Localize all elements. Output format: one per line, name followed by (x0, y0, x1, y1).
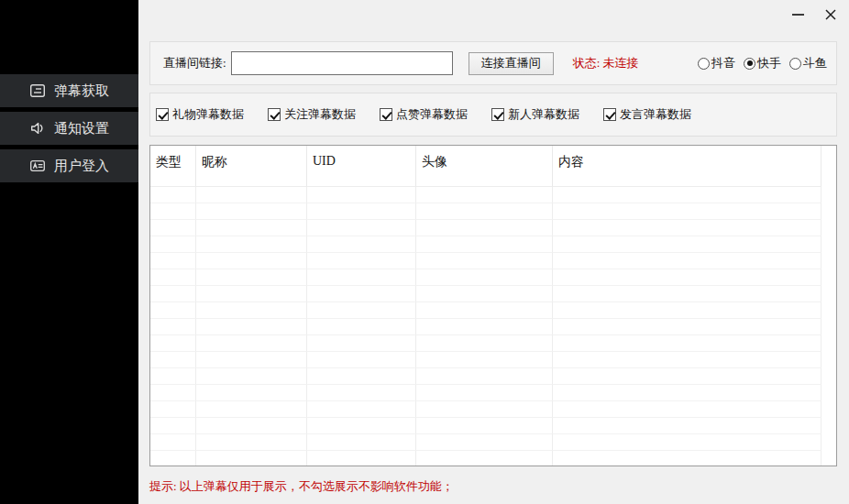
radio-douyu[interactable]: 斗鱼 (789, 55, 827, 71)
column-header-avatar[interactable]: 头像 (416, 146, 553, 187)
column-header-uid[interactable]: UID (307, 146, 416, 187)
table-row (150, 220, 836, 236)
checkbox-icon (603, 108, 616, 121)
main-area: 直播间链接: 连接直播间 状态: 未连接 抖音 快手 斗鱼 (138, 0, 849, 504)
sidebar-item-label: 通知设置 (54, 120, 109, 137)
app-window: 弹幕获取 通知设置 用户登入 (0, 0, 849, 504)
table-row (150, 451, 836, 466)
window-controls (781, 2, 847, 27)
radio-icon (698, 58, 710, 70)
radio-kuaishou[interactable]: 快手 (744, 55, 781, 71)
table-row (150, 401, 836, 418)
column-header-content[interactable]: 内容 (553, 146, 821, 187)
table-row (150, 418, 836, 434)
checkbox-like-danmaku[interactable]: 点赞弹幕数据 (380, 106, 468, 123)
table-row (150, 286, 836, 302)
connection-status: 状态: 未连接 (573, 55, 639, 71)
table-row (150, 434, 836, 451)
radio-label: 斗鱼 (803, 55, 827, 71)
table-row (150, 335, 836, 352)
close-icon (824, 8, 837, 21)
checkbox-message-danmaku[interactable]: 发言弹幕数据 (603, 106, 691, 123)
checkbox-newcomer-danmaku[interactable]: 新人弹幕数据 (491, 106, 579, 123)
room-link-input[interactable] (231, 51, 453, 75)
radio-icon (744, 58, 755, 70)
minimize-button[interactable] (781, 2, 814, 27)
checkbox-icon (380, 108, 392, 121)
sidebar-item-notify-settings[interactable]: 通知设置 (0, 112, 138, 145)
column-header-nickname[interactable]: 昵称 (196, 146, 307, 187)
filter-panel: 礼物弹幕数据 关注弹幕数据 点赞弹幕数据 新人弹幕数据 发言弹幕数据 (149, 93, 837, 137)
sidebar-item-label: 用户登入 (54, 158, 109, 175)
column-header-spacer (821, 146, 836, 187)
table-row (150, 253, 836, 269)
checkbox-icon (268, 108, 281, 121)
table-row (150, 203, 836, 220)
list-lines-icon (29, 82, 46, 99)
checkbox-label: 新人弹幕数据 (508, 106, 579, 123)
table-header: 类型 昵称 UID 头像 内容 (150, 146, 836, 187)
table-row (150, 236, 836, 253)
footer-tip: 提示: 以上弹幕仅用于展示，不勾选展示不影响软件功能； (149, 478, 454, 495)
checkbox-label: 礼物弹幕数据 (172, 106, 244, 123)
table-body (150, 187, 836, 466)
table-row (150, 319, 836, 335)
sidebar-item-danmaku-fetch[interactable]: 弹幕获取 (0, 74, 138, 107)
table-row (150, 385, 836, 401)
sidebar: 弹幕获取 通知设置 用户登入 (0, 0, 138, 504)
close-button[interactable] (814, 2, 847, 27)
column-header-type[interactable]: 类型 (150, 146, 196, 187)
sidebar-item-label: 弹幕获取 (54, 82, 109, 100)
speaker-icon (29, 120, 46, 137)
connect-panel: 直播间链接: 连接直播间 状态: 未连接 抖音 快手 斗鱼 (149, 41, 837, 85)
platform-radio-group: 抖音 快手 斗鱼 (698, 55, 827, 71)
table-row (150, 187, 836, 203)
checkbox-label: 点赞弹幕数据 (396, 106, 468, 123)
checkbox-label: 发言弹幕数据 (620, 106, 691, 123)
sidebar-item-user-login[interactable]: 用户登入 (0, 149, 138, 182)
checkbox-follow-danmaku[interactable]: 关注弹幕数据 (268, 106, 356, 123)
table-row (150, 302, 836, 319)
danmaku-table: 类型 昵称 UID 头像 内容 (149, 145, 837, 466)
table-row (150, 352, 836, 368)
checkbox-label: 关注弹幕数据 (284, 106, 356, 123)
checkbox-icon (491, 108, 504, 121)
checkbox-gift-danmaku[interactable]: 礼物弹幕数据 (156, 106, 244, 123)
room-link-label: 直播间链接: (163, 55, 226, 71)
checkbox-icon (156, 108, 169, 121)
radio-label: 快手 (757, 55, 781, 71)
connect-button[interactable]: 连接直播间 (469, 52, 554, 75)
radio-label: 抖音 (711, 55, 735, 71)
id-card-icon (29, 158, 46, 174)
radio-icon (789, 58, 801, 70)
radio-douyin[interactable]: 抖音 (698, 55, 735, 71)
minimize-icon (792, 14, 804, 16)
table-row (150, 269, 836, 286)
table-row (150, 368, 836, 385)
